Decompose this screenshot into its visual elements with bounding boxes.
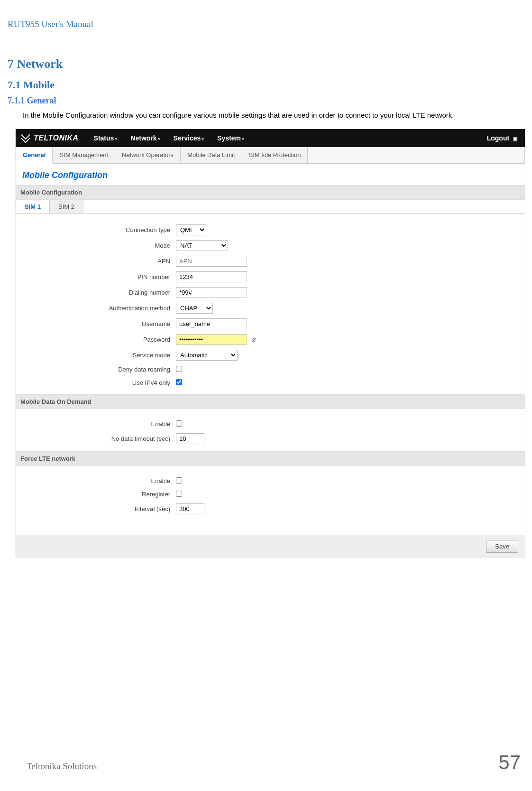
checkbox-reregister[interactable] bbox=[176, 491, 182, 497]
label-password: Password bbox=[16, 336, 176, 343]
checkbox-flte-enable[interactable] bbox=[176, 477, 182, 484]
label-pin-number: PIN number bbox=[16, 273, 176, 280]
document-header: RUT955 User's Manual bbox=[5, 19, 527, 33]
label-flte-enable: Enable bbox=[16, 477, 176, 484]
tab-network-operators[interactable]: Network Operators bbox=[115, 147, 181, 163]
nav-system[interactable]: System▾ bbox=[211, 134, 251, 142]
label-reregister: Reregister bbox=[16, 491, 176, 498]
label-apn: APN bbox=[16, 258, 176, 265]
heading-2-mobile: 7.1 Mobile bbox=[5, 79, 527, 96]
page-title: Mobile Configuration bbox=[16, 164, 525, 185]
tab-mobile-data-limit[interactable]: Mobile Data Limit bbox=[181, 147, 242, 163]
save-button[interactable]: Save bbox=[486, 540, 518, 553]
heading-3-general: 7.1.1 General bbox=[5, 96, 527, 111]
tab-sim2[interactable]: SIM 2 bbox=[49, 200, 83, 213]
nav-network[interactable]: Network▾ bbox=[124, 134, 166, 142]
input-no-data-timeout[interactable] bbox=[176, 433, 204, 444]
label-no-data-timeout: No data timeout (sec) bbox=[16, 435, 176, 442]
heading-1-network: 7 Network bbox=[5, 33, 527, 79]
page-number: 57 bbox=[498, 751, 521, 774]
tab-general[interactable]: General bbox=[16, 147, 53, 164]
section-mobile-data-on-demand: Mobile Data On Demand bbox=[16, 394, 525, 409]
footer-text: Teltonika Solutions bbox=[27, 761, 498, 772]
nav-services[interactable]: Services▾ bbox=[167, 134, 211, 142]
select-service-mode[interactable]: Automatic bbox=[176, 350, 238, 361]
checkbox-use-ipv4-only[interactable] bbox=[176, 379, 182, 385]
top-nav: TELTONIKA Status▾ Network▾ Services▾ Sys… bbox=[16, 129, 525, 147]
select-authentication-method[interactable]: CHAP bbox=[176, 303, 213, 314]
sim-tabs: SIM 1 SIM 2 bbox=[16, 200, 525, 214]
select-connection-type[interactable]: QMI bbox=[176, 224, 206, 235]
label-service-mode: Service mode bbox=[16, 352, 176, 359]
tab-sim-idle-protection[interactable]: SIM Idle Protection bbox=[242, 147, 308, 163]
label-connection-type: Connection type bbox=[16, 226, 176, 233]
label-mdod-enable: Enable bbox=[16, 420, 176, 428]
form-mobile-config: Connection type QMI Mode NAT APN PIN num… bbox=[16, 214, 525, 394]
page-footer: Teltonika Solutions 57 bbox=[0, 751, 532, 774]
select-mode[interactable]: NAT bbox=[176, 240, 228, 251]
reveal-password-icon[interactable]: ø bbox=[252, 336, 256, 343]
brand-text: TELTONIKA bbox=[34, 134, 79, 142]
label-username: Username bbox=[16, 320, 176, 327]
input-pin-number[interactable] bbox=[176, 271, 247, 282]
form-mobile-data-on-demand: Enable No data timeout (sec) bbox=[16, 409, 525, 451]
save-bar: Save bbox=[16, 535, 525, 558]
label-interval: Interval (sec) bbox=[16, 505, 176, 512]
label-dialing-number: Dialing number bbox=[16, 289, 176, 296]
section-mobile-configuration: Mobile Configuration bbox=[16, 185, 525, 200]
checkbox-deny-data-roaming[interactable] bbox=[176, 366, 182, 372]
tab-sim-management[interactable]: SIM Management bbox=[53, 147, 115, 163]
brand-logo[interactable]: TELTONIKA bbox=[16, 133, 87, 143]
label-deny-data-roaming: Deny data roaming bbox=[16, 366, 176, 373]
input-interval[interactable] bbox=[176, 503, 204, 514]
input-dialing-number[interactable] bbox=[176, 287, 247, 298]
label-authentication-method: Authentication method bbox=[16, 305, 176, 312]
teltonika-logo-icon bbox=[20, 133, 31, 143]
chevron-down-icon: ▾ bbox=[158, 136, 160, 141]
input-apn[interactable] bbox=[176, 256, 247, 267]
page-tabs: General SIM Management Network Operators… bbox=[16, 147, 525, 164]
form-force-lte-network: Enable Reregister Interval (sec) bbox=[16, 466, 525, 521]
label-use-ipv4-only: Use IPv4 only bbox=[16, 379, 176, 386]
chevron-down-icon: ▾ bbox=[202, 136, 204, 141]
screenshot-container: TELTONIKA Status▾ Network▾ Services▾ Sys… bbox=[15, 129, 525, 558]
nav-status[interactable]: Status▾ bbox=[87, 134, 124, 142]
chevron-down-icon: ▾ bbox=[115, 136, 117, 141]
checkbox-mdod-enable[interactable] bbox=[176, 420, 182, 427]
intro-paragraph: In the Mobile Configuration window you c… bbox=[5, 111, 527, 129]
tab-sim1[interactable]: SIM 1 bbox=[16, 200, 50, 213]
logout-icon: ▣ bbox=[513, 136, 517, 141]
input-password[interactable] bbox=[176, 334, 247, 345]
logout-link[interactable]: Logout ▣ bbox=[479, 134, 525, 142]
label-mode: Mode bbox=[16, 242, 176, 249]
chevron-down-icon: ▾ bbox=[242, 136, 244, 141]
input-username[interactable] bbox=[176, 318, 247, 329]
section-force-lte-network: Force LTE network bbox=[16, 451, 525, 466]
